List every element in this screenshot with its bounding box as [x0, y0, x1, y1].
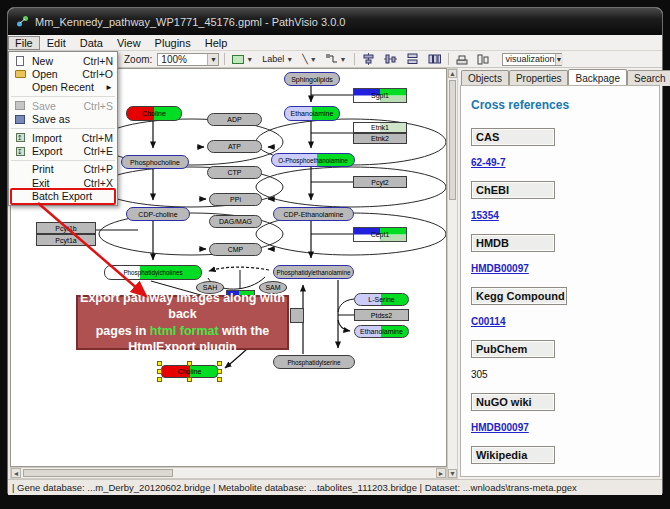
menu-item-open[interactable]: OpenCtrl+O [9, 67, 117, 80]
node-ppi[interactable]: PPi [209, 193, 262, 206]
node-pcyt2[interactable]: Pcyt2 [353, 176, 407, 188]
horizontal-scroll-thumb[interactable] [23, 469, 173, 477]
toolbar-separator [448, 53, 449, 65]
stack-vertical-button[interactable] [454, 53, 470, 66]
new-document-icon [12, 56, 28, 66]
connector-icon [326, 54, 338, 64]
line-tool-button[interactable]: ╲ ▼ [300, 53, 318, 65]
selection-handle[interactable] [217, 377, 222, 382]
canvas-vertical-scrollbar[interactable]: ▲ ▼ [447, 68, 458, 479]
node-adp[interactable]: ADP [207, 113, 262, 126]
selection-handle[interactable] [217, 361, 222, 366]
title-bar[interactable]: Mm_Kennedy_pathway_WP1771_45176.gpml - P… [8, 8, 662, 35]
selected-node-group: Choline [159, 363, 220, 380]
visualization-combobox[interactable]: visualization ▼ [502, 53, 562, 66]
node-ethanolamine[interactable]: Ethanolamine [284, 106, 340, 121]
menu-item-open-recent[interactable]: Open Recent► [9, 81, 117, 94]
selection-handle[interactable] [187, 377, 192, 382]
tab-backpage[interactable]: Backpage [568, 69, 626, 85]
node-gene-partial[interactable] [290, 308, 304, 323]
node-ptdss2[interactable]: Ptdss2 [354, 309, 409, 321]
tab-search[interactable]: Search [627, 70, 670, 86]
xref-link[interactable]: Choline [471, 475, 508, 477]
node-pcyt1b[interactable]: Pcyt1b [36, 222, 96, 234]
node-etnk1[interactable]: Etnk1 [353, 122, 407, 133]
vertical-scroll-thumb[interactable] [449, 80, 456, 200]
status-bar: | Gene database: ...m_Derby_20120602.bri… [8, 479, 662, 495]
chevron-down-icon[interactable]: ▼ [207, 54, 218, 65]
menu-data[interactable]: Data [73, 36, 110, 50]
node-dag-mag[interactable]: DAG/MAG [209, 215, 262, 228]
xref-link[interactable]: HMDB00097 [471, 422, 529, 433]
xref-value: 305 [471, 369, 488, 380]
xref-section: HMDB HMDB00097 [471, 234, 659, 276]
xref-link[interactable]: 62-49-7 [471, 157, 505, 168]
scroll-up-icon[interactable]: ▲ [448, 69, 457, 78]
node-phosphocholine[interactable]: Phosphocholine [121, 155, 189, 169]
menu-item-batch-export[interactable]: Batch Export [9, 190, 117, 203]
selection-handle[interactable] [217, 369, 222, 374]
common-width-button[interactable] [404, 52, 421, 66]
node-atp[interactable]: ATP [207, 140, 262, 153]
zoom-combobox[interactable]: 100% ▼ [157, 53, 219, 66]
node-o-phosphoethanolamine[interactable]: O-Phosphoethanolamine [271, 153, 355, 167]
xref-name: NuGO wiki [471, 393, 555, 411]
node-sphingolipids[interactable]: Sphingolipids [284, 72, 340, 86]
menu-item-export[interactable]: ↧ ExportCtrl+E [9, 144, 117, 157]
xref-name: CAS [471, 128, 555, 146]
node-etnk2[interactable]: Etnk2 [353, 133, 407, 144]
menu-item-import[interactable]: ↥ ImportCtrl+M [9, 131, 117, 144]
selection-handle[interactable] [157, 361, 162, 366]
tab-properties[interactable]: Properties [509, 70, 569, 86]
chevron-down-icon[interactable]: ▼ [555, 54, 563, 65]
file-menu: NewCtrl+N OpenCtrl+O Open Recent► SaveCt… [8, 51, 118, 206]
node-cmp[interactable]: CMP [209, 243, 262, 256]
menu-help[interactable]: Help [198, 36, 235, 50]
submenu-arrow-icon: ► [105, 83, 113, 92]
xref-link[interactable]: HMDB00097 [471, 263, 529, 274]
status-text: | Gene database: ...m_Derby_20120602.bri… [12, 482, 577, 493]
align-middle-button[interactable] [382, 52, 399, 66]
align-center-button[interactable] [360, 52, 377, 66]
callout-line3: HtmlExport plugin [128, 339, 236, 356]
node-ctp[interactable]: CTP [207, 166, 262, 179]
node-pcyt1a[interactable]: Pcyt1a [36, 234, 96, 246]
scroll-left-icon[interactable]: ◄ [11, 468, 21, 478]
node-phosphatidylserine[interactable]: Phosphatidylserine [273, 355, 355, 369]
label-tool-text: Label [262, 54, 284, 64]
menu-item-print[interactable]: PrintCtrl+P [9, 163, 117, 176]
menu-item-save-as[interactable]: Save as [9, 113, 117, 126]
gene-tool-button[interactable]: ▼ [230, 54, 255, 65]
xref-link[interactable]: C00114 [471, 316, 505, 327]
canvas-horizontal-scrollbar[interactable]: ◄ ► [10, 467, 447, 479]
tab-objects[interactable]: Objects [461, 70, 509, 86]
node-l-serine[interactable]: L-Serine [354, 293, 409, 306]
scroll-right-icon[interactable]: ► [436, 468, 446, 478]
callout-line1: Export pathway images along with back [78, 290, 287, 323]
node-ethanolamine-bottom[interactable]: Ethanolamine [354, 325, 409, 338]
node-cdp-choline[interactable]: CDP-choline [126, 207, 190, 221]
node-cept1[interactable]: Cept1 [353, 227, 407, 242]
menu-edit[interactable]: Edit [40, 36, 73, 50]
menu-plugins[interactable]: Plugins [148, 36, 198, 50]
menu-file[interactable]: File [8, 36, 40, 50]
selection-handle[interactable] [157, 369, 162, 374]
node-cdp-ethanolamine[interactable]: CDP-Ethanolamine [273, 207, 354, 221]
label-tool-button[interactable]: Label ▼ [260, 53, 295, 65]
menu-item-save[interactable]: SaveCtrl+S [9, 99, 117, 112]
node-phosphatidylethanolamine[interactable]: Phosphatidylethanolamine [273, 265, 354, 279]
node-sgpl1[interactable]: Sgpl1 [353, 88, 407, 103]
menu-view[interactable]: View [110, 36, 148, 50]
node-choline-top[interactable]: Choline [126, 106, 182, 121]
selection-handle[interactable] [157, 377, 162, 382]
node-phosphatidylcholines[interactable]: Phosphatidylcholines [104, 265, 202, 280]
selection-handle[interactable] [187, 361, 192, 366]
menu-separator [11, 128, 115, 129]
scroll-down-icon[interactable]: ▼ [448, 469, 457, 478]
common-height-button[interactable] [426, 52, 443, 66]
xref-name: ChEBI [471, 181, 555, 199]
shape-tool-button[interactable]: ▼ [324, 53, 349, 65]
xref-link[interactable]: 15354 [471, 210, 499, 221]
menu-item-new[interactable]: NewCtrl+N [9, 54, 117, 67]
stack-horizontal-button[interactable] [475, 53, 491, 66]
